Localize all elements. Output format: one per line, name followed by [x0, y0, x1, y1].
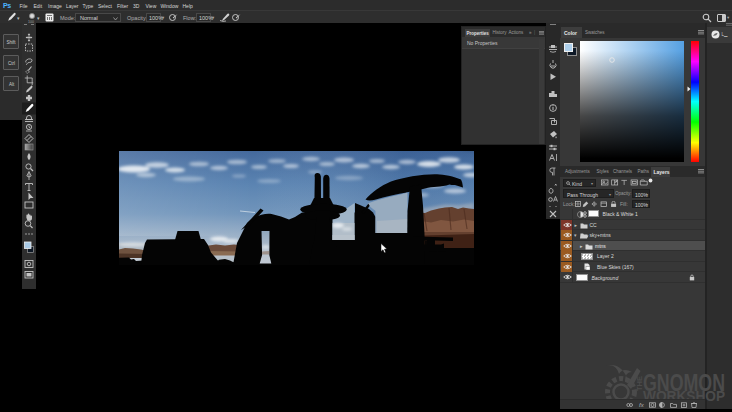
- svg-text:fx: fx: [639, 402, 645, 408]
